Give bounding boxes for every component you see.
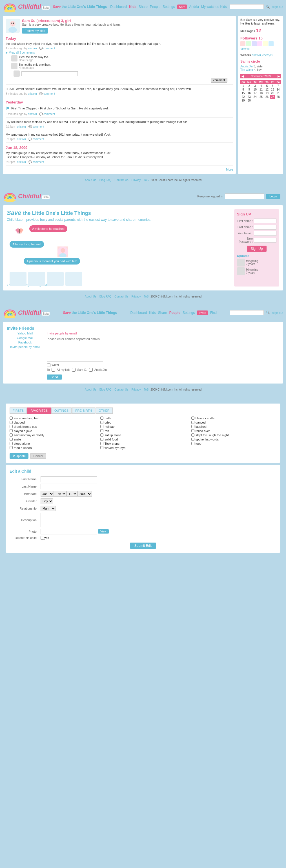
footer2-about[interactable]: About Us bbox=[85, 295, 96, 298]
feed-comment-link[interactable]: 💬 comment bbox=[39, 92, 55, 95]
footer2-tos[interactable]: ToS bbox=[144, 295, 149, 298]
milestone-checkbox[interactable] bbox=[9, 442, 13, 445]
milestone-checkbox[interactable] bbox=[9, 438, 13, 441]
edit-description-input[interactable] bbox=[40, 513, 97, 527]
cal-day[interactable]: 6 bbox=[270, 84, 276, 88]
milestone-checkbox[interactable] bbox=[9, 421, 13, 424]
circle-member-name[interactable]: Andria Xu bbox=[240, 65, 253, 68]
cal-day[interactable]: 16 bbox=[246, 91, 252, 95]
view-all-link[interactable]: View All bbox=[240, 48, 250, 51]
nav-watched-kids[interactable]: My watched Kids bbox=[201, 5, 227, 9]
submit-edit-button[interactable]: Submit Edit bbox=[130, 542, 156, 549]
nav-share[interactable]: Share bbox=[139, 5, 148, 9]
send-button[interactable]: Send bbox=[47, 374, 62, 379]
feed-comment-link[interactable]: 💬 comment bbox=[39, 113, 55, 116]
milestone-checkbox[interactable] bbox=[100, 438, 103, 441]
milestone-checkbox[interactable] bbox=[9, 429, 13, 432]
cal-day[interactable]: 11 bbox=[258, 88, 264, 91]
sign-out-link-3[interactable]: sign out bbox=[272, 311, 283, 314]
cal-day[interactable]: 15 bbox=[240, 91, 246, 95]
tab-outings[interactable]: OUTINGS bbox=[51, 407, 71, 414]
cal-day[interactable]: 3 bbox=[252, 84, 258, 88]
nav-people[interactable]: People bbox=[150, 5, 160, 9]
cal-day[interactable]: 1 bbox=[240, 84, 246, 88]
feed-author[interactable]: ericxxu bbox=[17, 125, 26, 128]
sam-checkbox[interactable] bbox=[72, 368, 75, 372]
cal-day[interactable]: 19 bbox=[264, 91, 270, 95]
milestone-checkbox[interactable] bbox=[100, 425, 103, 428]
feed-author[interactable]: ericxxu bbox=[28, 113, 37, 116]
cal-next[interactable]: ▶ bbox=[278, 75, 280, 78]
google-mail-link[interactable]: Google Mail bbox=[7, 336, 43, 340]
search-icon-3[interactable]: 🔍 bbox=[266, 311, 270, 314]
milestone-checkbox[interactable] bbox=[191, 429, 194, 432]
circle-member-name[interactable]: Tim Wang bbox=[240, 68, 253, 71]
milestone-checkbox[interactable] bbox=[100, 416, 103, 420]
feed-comment-link[interactable]: 💬 comment bbox=[39, 47, 55, 50]
footer3-tos[interactable]: ToS bbox=[144, 388, 149, 391]
cal-prev[interactable]: ◀ bbox=[242, 75, 244, 78]
cal-day-today[interactable]: 27 bbox=[270, 95, 276, 99]
nav3-find[interactable]: Find bbox=[210, 311, 217, 315]
footer3-blog-faq[interactable]: Blog FAQ bbox=[99, 388, 112, 391]
cal-day[interactable]: 17 bbox=[252, 91, 258, 95]
edit-photo-input[interactable] bbox=[40, 529, 97, 534]
delete-child-checkbox[interactable] bbox=[40, 536, 44, 540]
cal-day[interactable]: 20 bbox=[270, 91, 276, 95]
footer3-privacy[interactable]: Privacy bbox=[132, 388, 141, 391]
edit-gender-select[interactable]: BoyGirl bbox=[40, 498, 53, 504]
login-button[interactable]: Login bbox=[266, 194, 280, 199]
nav3-invite-highlight[interactable]: Invite bbox=[197, 310, 208, 315]
new-password-input[interactable] bbox=[254, 238, 277, 243]
cal-day[interactable]: 12 bbox=[264, 88, 270, 91]
feed-comment-link[interactable]: 💬 comment bbox=[28, 125, 44, 128]
edit-birthdate-month2[interactable]: Feb bbox=[54, 491, 66, 497]
milestone-checkbox[interactable] bbox=[9, 446, 13, 449]
nav3-share[interactable]: Share bbox=[158, 311, 167, 315]
milestone-checkbox[interactable] bbox=[191, 433, 194, 437]
milestone-checkbox[interactable] bbox=[100, 433, 103, 437]
milestone-checkbox[interactable] bbox=[191, 416, 194, 420]
view-photo-button[interactable]: View bbox=[98, 529, 109, 533]
cal-day[interactable]: 26 bbox=[264, 95, 270, 99]
milestone-checkbox[interactable] bbox=[100, 442, 103, 445]
milestone-checkbox[interactable] bbox=[191, 421, 194, 424]
edit-relationship-select[interactable]: MamDadOther bbox=[40, 506, 56, 511]
footer2-contact[interactable]: Contact Us bbox=[115, 295, 128, 298]
nav-sam-highlight[interactable]: Sam bbox=[177, 4, 187, 9]
edit-birthdate-day[interactable]: 11 bbox=[66, 491, 77, 497]
cal-day[interactable]: 29 bbox=[240, 99, 246, 102]
cal-day[interactable]: 9 bbox=[246, 88, 252, 91]
yahoo-mail-link[interactable]: Yahoo Mail bbox=[7, 332, 43, 335]
writer-checkbox[interactable] bbox=[47, 363, 51, 367]
password-input[interactable] bbox=[225, 193, 264, 199]
milestone-checkbox[interactable] bbox=[100, 421, 103, 424]
feed-comment-link[interactable]: 💬 comment bbox=[28, 160, 44, 163]
nav3-dashboard[interactable]: Dashboard bbox=[130, 311, 147, 315]
feed-author[interactable]: ericxxu bbox=[28, 47, 37, 50]
cal-day[interactable]: 25 bbox=[258, 95, 264, 99]
footer-tos[interactable]: ToS bbox=[144, 179, 149, 182]
by-email-link[interactable]: Invite people by email bbox=[7, 345, 43, 348]
cal-day[interactable]: 13 bbox=[270, 88, 276, 91]
signup-button[interactable]: Sign Up bbox=[247, 246, 267, 252]
cal-day[interactable]: 14 bbox=[275, 88, 281, 91]
milestone-checkbox[interactable] bbox=[191, 425, 194, 428]
footer-privacy[interactable]: Privacy bbox=[132, 179, 141, 182]
milestone-checkbox[interactable] bbox=[100, 446, 103, 449]
footer3-about[interactable]: About Us bbox=[85, 388, 96, 391]
follow-button[interactable]: Follow my kids bbox=[22, 28, 48, 34]
nav3-settings[interactable]: Settings bbox=[183, 311, 195, 315]
firstname-input[interactable] bbox=[254, 219, 277, 223]
cal-day[interactable]: 28 bbox=[275, 95, 281, 99]
footer2-privacy[interactable]: Privacy bbox=[132, 295, 141, 298]
comment-text-input[interactable] bbox=[22, 71, 78, 76]
nav-kids[interactable]: Kids bbox=[129, 5, 136, 9]
milestone-checkbox[interactable] bbox=[9, 425, 13, 428]
search-icon[interactable]: 🔍 bbox=[266, 5, 270, 9]
search-input[interactable] bbox=[230, 4, 264, 9]
cal-day[interactable]: 21 bbox=[275, 91, 281, 95]
nav-settings[interactable]: Settings bbox=[163, 5, 175, 9]
all-kids-checkbox[interactable] bbox=[52, 368, 55, 372]
milestone-checkbox[interactable] bbox=[9, 433, 13, 437]
